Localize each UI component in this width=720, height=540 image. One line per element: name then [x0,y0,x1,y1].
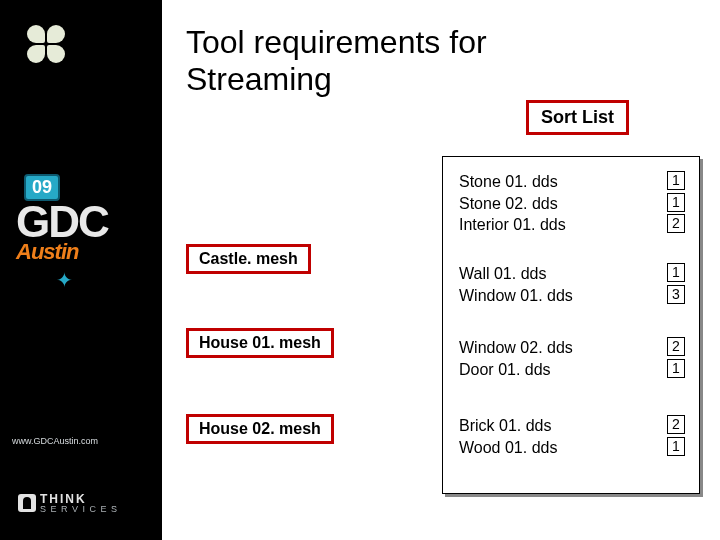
dds-group-4: Brick 01. dds Wood 01. dds 2 1 [459,415,685,458]
ref-count: 3 [667,285,685,304]
ref-count: 2 [667,214,685,233]
sort-list-box: Sort List [526,100,629,135]
ref-count: 2 [667,415,685,434]
dds-name: Door 01. dds [459,359,573,381]
content: Tool requirements for Streaming Sort Lis… [162,0,720,540]
dds-name: Interior 01. dds [459,214,566,236]
star-icon: ✦ [56,268,73,292]
ref-count: 1 [667,263,685,282]
sidebar: 09 GDC Austin ✦ www.GDCAustin.com THINK … [0,0,162,540]
think-logo: THINK S E R V I C E S [40,492,118,514]
ref-count: 1 [667,359,685,378]
ref-count: 1 [667,171,685,190]
ref-count: 1 [667,193,685,212]
ref-count: 1 [667,437,685,456]
dds-name: Wood 01. dds [459,437,557,459]
title-line2: Streaming [186,61,332,97]
dds-nums: 1 1 2 [667,171,685,236]
gdc-badge: 09 GDC Austin [16,174,136,265]
dds-nums: 2 1 [667,337,685,380]
slide: 09 GDC Austin ✦ www.GDCAustin.com THINK … [0,0,720,540]
dds-names: Stone 01. dds Stone 02. dds Interior 01.… [459,171,566,236]
dds-names: Wall 01. dds Window 01. dds [459,263,573,306]
mesh-house02: House 02. mesh [186,414,334,444]
clover-icon [24,22,70,68]
dds-panel: Stone 01. dds Stone 02. dds Interior 01.… [442,156,700,494]
dds-group-1: Stone 01. dds Stone 02. dds Interior 01.… [459,171,685,236]
gdc-url: www.GDCAustin.com [12,436,98,446]
think-bot: S E R V I C E S [40,504,118,514]
dds-name: Stone 02. dds [459,193,566,215]
ref-count: 2 [667,337,685,356]
dds-group-3: Window 02. dds Door 01. dds 2 1 [459,337,685,380]
dds-group-2: Wall 01. dds Window 01. dds 1 3 [459,263,685,306]
mesh-castle: Castle. mesh [186,244,311,274]
dds-name: Window 02. dds [459,337,573,359]
gdc-city: Austin [16,239,136,265]
dds-nums: 1 3 [667,263,685,306]
dds-names: Brick 01. dds Wood 01. dds [459,415,557,458]
dds-name: Stone 01. dds [459,171,566,193]
dds-name: Brick 01. dds [459,415,557,437]
dds-name: Wall 01. dds [459,263,573,285]
title-line1: Tool requirements for [186,24,487,60]
mesh-house01: House 01. mesh [186,328,334,358]
dds-nums: 2 1 [667,415,685,458]
dds-name: Window 01. dds [459,285,573,307]
think-icon [18,494,36,512]
slide-title: Tool requirements for Streaming [186,24,487,98]
dds-names: Window 02. dds Door 01. dds [459,337,573,380]
